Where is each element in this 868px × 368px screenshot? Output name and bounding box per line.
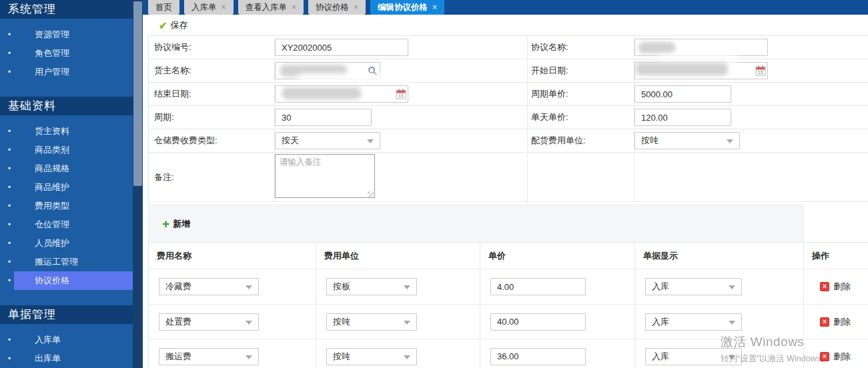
col-header-doc-display: 单据显示	[634, 243, 803, 269]
fee-unit-select[interactable]: 按吨	[326, 348, 417, 365]
start-date-input[interactable]	[634, 62, 768, 79]
scrollbar-thumb[interactable]	[133, 1, 142, 186]
unit-price-input[interactable]	[490, 278, 586, 295]
storage-fee-type-label: 仓储费收费类型:	[149, 129, 274, 153]
doc-display-select[interactable]: 入库	[645, 313, 742, 331]
close-icon[interactable]: ×	[432, 3, 437, 11]
fee-row-cell	[480, 269, 634, 305]
main-area: 首页 入库单 × 查看入库单 × 协议价格 × 编辑协议价格 × ✔ 保存	[143, 0, 868, 368]
add-fee-label: 新增	[173, 218, 190, 230]
agreement-no-cell	[274, 36, 527, 59]
sidebar-section-basic-data[interactable]: 基础资料	[0, 97, 133, 115]
agreement-no-input[interactable]	[275, 39, 408, 56]
sidebar-section-system[interactable]: 系统管理	[0, 0, 133, 19]
storage-fee-type-select[interactable]: 按天	[275, 132, 380, 149]
tab-agreement-price[interactable]: 协议价格 ×	[308, 0, 366, 15]
bullet-icon: •	[8, 253, 11, 271]
calendar-icon[interactable]: 15	[396, 89, 406, 99]
sidebar-item-owner-data[interactable]: • 货主资料	[0, 122, 133, 141]
close-icon[interactable]: ×	[222, 3, 226, 11]
close-icon[interactable]: ×	[292, 3, 296, 11]
fee-name-select[interactable]: 搬运费	[159, 348, 259, 365]
fee-row-cell: 处置费	[149, 305, 316, 339]
bullet-icon: •	[8, 178, 11, 197]
caret-down-icon	[246, 285, 252, 289]
tab-home[interactable]: 首页	[148, 0, 179, 15]
tab-view-inbound-order[interactable]: 查看入库单 ×	[238, 0, 304, 15]
sidebar-item-goods-category[interactable]: • 商品类别	[0, 141, 133, 159]
sidebar-item-label: 商品规格	[35, 163, 69, 173]
remark-cell	[274, 153, 527, 202]
doc-display-select[interactable]: 入库	[645, 278, 742, 295]
day-price-input[interactable]	[634, 109, 731, 126]
fee-row-cell: 入库	[634, 339, 803, 368]
sidebar-item-fee-type[interactable]: • 费用类型	[0, 197, 133, 215]
sidebar-scrollbar[interactable]	[133, 0, 143, 368]
tab-inbound-order[interactable]: 入库单 ×	[184, 0, 234, 15]
calendar-icon[interactable]: 15	[755, 65, 766, 76]
add-fee-button[interactable]: + 新增	[162, 218, 190, 230]
unit-price-input[interactable]	[490, 313, 586, 331]
doc-display-select[interactable]: 入库	[645, 348, 742, 365]
fee-name-select[interactable]: 处置费	[159, 313, 259, 331]
sidebar-item-agreement-price[interactable]: • 协议价格	[0, 271, 133, 290]
sidebar-item-porter-mgmt[interactable]: • 搬运工管理	[0, 253, 133, 271]
plus-icon: +	[162, 219, 169, 229]
form-toolbar: ✔ 保存	[143, 15, 868, 35]
sidebar-item-personnel[interactable]: • 人员维护	[0, 234, 133, 253]
sidebar-item-label: 入库单	[35, 335, 61, 345]
delete-label: 删除	[833, 281, 851, 293]
sidebar-item-user-mgmt[interactable]: • 用户管理	[0, 63, 133, 81]
save-label: 保存	[171, 19, 188, 31]
selected-value: 冷藏费	[165, 281, 191, 293]
fee-unit-select[interactable]: 按吨	[326, 313, 417, 331]
fee-row-cell: 按板	[316, 269, 480, 305]
delete-button[interactable]: × 删除	[820, 316, 851, 328]
period-price-input[interactable]	[634, 85, 731, 103]
bullet-icon: •	[8, 331, 11, 349]
remark-label: 备注:	[149, 153, 274, 202]
sidebar-item-goods-spec[interactable]: • 商品规格	[0, 159, 133, 178]
sidebar-item-role-mgmt[interactable]: • 角色管理	[0, 44, 133, 63]
sidebar-item-label: 出库单	[35, 353, 61, 363]
sidebar-item-outbound-order[interactable]: • 出库单	[0, 349, 133, 368]
sidebar-item-label: 资源管理	[35, 29, 69, 39]
bullet-icon: •	[8, 44, 11, 63]
delivery-fee-unit-label: 配货费用单位:	[527, 129, 634, 153]
fee-row-cell: 冷藏费	[149, 269, 316, 305]
tab-edit-agreement-price[interactable]: 编辑协议价格 ×	[370, 0, 444, 15]
sidebar-item-goods-maintain[interactable]: • 商品维护	[0, 178, 133, 197]
search-icon[interactable]	[368, 66, 377, 75]
sidebar-item-label: 人员维护	[35, 238, 69, 248]
period-input[interactable]	[275, 109, 372, 126]
close-icon[interactable]: ×	[354, 3, 358, 11]
sidebar-item-resource-mgmt[interactable]: • 资源管理	[0, 25, 133, 44]
delete-button[interactable]: × 删除	[820, 351, 851, 363]
save-button[interactable]: ✔ 保存	[159, 18, 188, 33]
bullet-icon: •	[8, 234, 11, 253]
unit-price-input[interactable]	[490, 348, 586, 365]
caret-down-icon	[246, 355, 252, 359]
period-price-cell	[634, 83, 868, 106]
svg-text:15: 15	[398, 93, 404, 98]
remark-textarea[interactable]	[275, 154, 375, 198]
sidebar-item-label: 费用类型	[35, 201, 69, 211]
screen: 系统管理 • 资源管理 • 角色管理 • 用户管理 基础资料 • 货主资料	[0, 0, 868, 368]
fee-name-select[interactable]: 冷藏费	[159, 278, 259, 295]
sidebar-item-warehouse-slot[interactable]: • 仓位管理	[0, 215, 133, 234]
delete-button[interactable]: × 删除	[820, 281, 851, 293]
delete-icon: ×	[820, 352, 829, 361]
fee-row-cell: 按吨	[316, 339, 480, 368]
bullet-icon: •	[8, 197, 11, 215]
agreement-name-input[interactable]	[634, 39, 768, 56]
owner-name-input[interactable]	[275, 62, 380, 79]
period-price-label: 周期单价:	[527, 83, 634, 106]
fee-unit-select[interactable]: 按板	[326, 278, 417, 295]
col-header-fee-name: 费用名称	[149, 243, 316, 269]
selected-value: 入库	[652, 281, 669, 293]
delivery-fee-unit-select[interactable]: 按吨	[634, 132, 740, 149]
caret-down-icon	[246, 321, 252, 325]
sidebar-item-inbound-order[interactable]: • 入库单	[0, 331, 133, 349]
sidebar-section-documents[interactable]: 单据管理	[0, 305, 133, 324]
end-date-input[interactable]	[275, 85, 408, 103]
